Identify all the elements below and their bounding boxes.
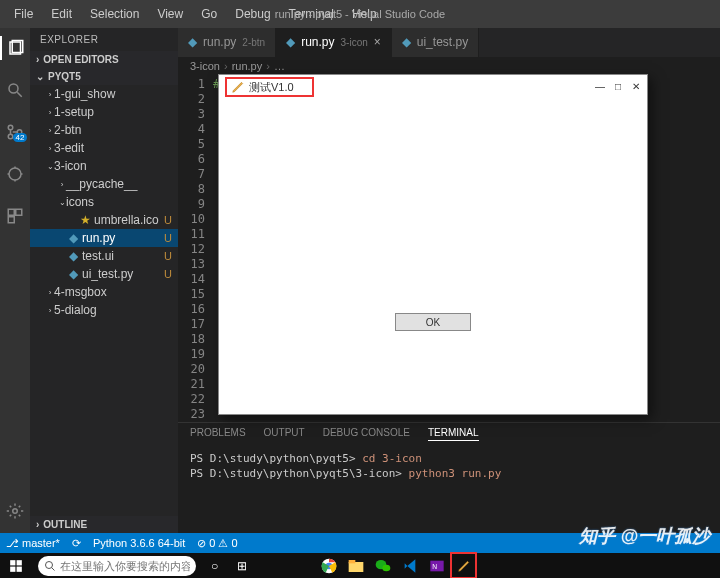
panel-tab[interactable]: OUTPUT <box>264 427 305 441</box>
panel: PROBLEMSOUTPUTDEBUG CONSOLETERMINAL PS D… <box>178 422 720 533</box>
watermark: 知乎 @一叶孤沙 <box>579 524 710 548</box>
tree-item[interactable]: ›3-edit <box>30 139 178 157</box>
svg-rect-20 <box>348 562 363 572</box>
tree-item[interactable]: ⌄3-icon <box>30 157 178 175</box>
svg-rect-9 <box>16 209 22 215</box>
menu-selection[interactable]: Selection <box>82 4 147 24</box>
panel-tabs: PROBLEMSOUTPUTDEBUG CONSOLETERMINAL <box>178 423 720 445</box>
file-icon: ◆ <box>66 267 80 281</box>
tree-item[interactable]: ›4-msgbox <box>30 283 178 301</box>
app-dialog: 测试V1.0 — □ ✕ OK <box>218 74 648 415</box>
sync-icon[interactable]: ⟳ <box>72 537 81 550</box>
panel-tab[interactable]: PROBLEMS <box>190 427 246 441</box>
svg-line-17 <box>52 567 55 570</box>
taskbar-search[interactable] <box>38 556 196 576</box>
svg-point-2 <box>9 84 18 93</box>
onenote-icon[interactable]: N <box>424 553 449 578</box>
tree-item[interactable]: ›2-btn <box>30 121 178 139</box>
tree-item[interactable]: ⌄icons <box>30 193 178 211</box>
vscode-icon[interactable] <box>397 553 422 578</box>
tree-item[interactable]: ◆ui_test.pyU <box>30 265 178 283</box>
start-button[interactable] <box>0 553 32 578</box>
menu-edit[interactable]: Edit <box>43 4 80 24</box>
file-tree: ›1-gui_show›1-setup›2-btn›3-edit⌄3-icon›… <box>30 85 178 516</box>
maximize-button[interactable]: □ <box>611 79 625 93</box>
panel-tab[interactable]: TERMINAL <box>428 427 479 441</box>
editor-tab[interactable]: ◆run.py3-icon× <box>276 28 392 57</box>
editor-tabs: ◆run.py2-btn◆run.py3-icon×◆ui_test.py <box>178 28 720 57</box>
open-editors-section[interactable]: ›OPEN EDITORS <box>30 51 178 68</box>
menu-debug[interactable]: Debug <box>227 4 278 24</box>
project-section[interactable]: ⌄PYQT5 <box>30 68 178 85</box>
python-interpreter[interactable]: Python 3.6.6 64-bit <box>93 537 185 549</box>
tree-item[interactable]: ★umbrella.icoU <box>30 211 178 229</box>
svg-rect-21 <box>348 560 355 563</box>
menu-go[interactable]: Go <box>193 4 225 24</box>
fileexplorer-icon[interactable] <box>343 553 368 578</box>
svg-rect-12 <box>10 560 15 565</box>
taskbar-search-input[interactable] <box>60 560 190 572</box>
git-branch[interactable]: ⎇ master* <box>6 537 60 550</box>
svg-line-3 <box>17 92 22 97</box>
sidebar-title: EXPLORER <box>30 28 178 51</box>
sidebar: EXPLORER ›OPEN EDITORS ⌄PYQT5 ›1-gui_sho… <box>30 28 178 533</box>
settings-icon[interactable] <box>0 499 30 523</box>
svg-point-7 <box>9 168 21 180</box>
svg-point-23 <box>382 564 390 571</box>
taskview-icon[interactable]: ⊞ <box>229 553 254 578</box>
ok-button[interactable]: OK <box>395 313 471 331</box>
svg-point-4 <box>8 125 13 130</box>
extensions-icon[interactable] <box>0 204 30 228</box>
dialog-titlebar[interactable]: 测试V1.0 — □ ✕ <box>219 75 647 99</box>
svg-text:N: N <box>432 562 437 569</box>
menu-view[interactable]: View <box>149 4 191 24</box>
search-icon[interactable] <box>0 78 30 102</box>
svg-rect-14 <box>10 566 15 571</box>
outline-section[interactable]: ›OUTLINE <box>30 516 178 533</box>
menu-file[interactable]: File <box>6 4 41 24</box>
minimize-button[interactable]: — <box>593 79 607 93</box>
tree-item[interactable]: ›1-gui_show <box>30 85 178 103</box>
svg-rect-15 <box>17 566 22 571</box>
window-title: run.py - pyqt5 - Visual Studio Code <box>275 8 445 20</box>
close-icon[interactable]: × <box>374 35 381 49</box>
dialog-title-text: 测试V1.0 <box>249 80 294 95</box>
tree-item[interactable]: ›5-dialog <box>30 301 178 319</box>
file-icon: ★ <box>78 213 92 227</box>
activity-bar: 42 <box>0 28 30 533</box>
source-control-icon[interactable]: 42 <box>0 120 30 144</box>
problems-count[interactable]: ⊘ 0 ⚠ 0 <box>197 537 237 550</box>
taskbar: ○ ⊞ N <box>0 553 720 578</box>
tree-item[interactable]: ◆run.pyU <box>30 229 178 247</box>
tree-item[interactable]: ›__pycache__ <box>30 175 178 193</box>
svg-rect-13 <box>17 560 22 565</box>
app-icon-pen[interactable] <box>451 553 476 578</box>
editor-tab[interactable]: ◆ui_test.py <box>392 28 479 57</box>
close-button[interactable]: ✕ <box>629 79 643 93</box>
chrome-icon[interactable] <box>316 553 341 578</box>
tree-item[interactable]: ›1-setup <box>30 103 178 121</box>
svg-rect-10 <box>8 217 14 223</box>
svg-point-16 <box>46 561 53 568</box>
explorer-icon[interactable] <box>0 36 30 60</box>
tree-item[interactable]: ◆test.uiU <box>30 247 178 265</box>
file-icon: ◆ <box>66 249 80 263</box>
dialog-icon <box>231 80 245 94</box>
search-icon <box>44 560 56 572</box>
line-gutter: 1234567891011121314151617181920212223 <box>178 75 213 422</box>
wechat-icon[interactable] <box>370 553 395 578</box>
terminal[interactable]: PS D:\study\python\pyqt5> cd 3-iconPS D:… <box>178 445 720 487</box>
editor-tab[interactable]: ◆run.py2-btn <box>178 28 276 57</box>
dialog-body: OK <box>219 99 647 414</box>
svg-point-11 <box>13 509 18 514</box>
titlebar: FileEditSelectionViewGoDebugTerminalHelp… <box>0 0 720 28</box>
breadcrumbs[interactable]: 3-icon›run.py›… <box>178 57 720 75</box>
debug-icon[interactable] <box>0 162 30 186</box>
svg-rect-8 <box>8 209 14 215</box>
file-icon: ◆ <box>66 231 80 245</box>
cortana-icon[interactable]: ○ <box>202 553 227 578</box>
panel-tab[interactable]: DEBUG CONSOLE <box>323 427 410 441</box>
